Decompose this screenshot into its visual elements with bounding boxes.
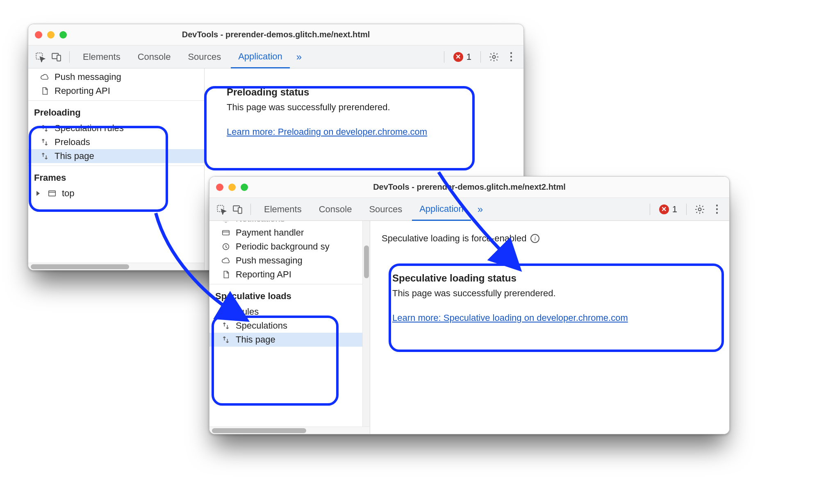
device-toolbar-icon[interactable] [50, 50, 64, 64]
bell-icon [221, 221, 231, 224]
tab-console[interactable]: Console [130, 45, 178, 68]
main-content: Speculative loading is force-enabled i S… [370, 221, 729, 434]
sidebar-item-label: Rules [236, 306, 259, 317]
sidebar-item-payment-handler[interactable]: Payment handler [209, 226, 370, 240]
sidebar-item-reporting-api[interactable]: Reporting API [28, 84, 204, 98]
panel-body-text: This page was successfully prerendered. [392, 288, 705, 299]
preload-icon [221, 335, 231, 345]
preload-icon [40, 137, 50, 147]
panel-heading: Preloading status [227, 86, 500, 98]
devtools-window-2: DevTools - prerender-demos.glitch.me/nex… [209, 176, 730, 434]
panel-heading: Speculative loading status [392, 272, 705, 284]
tab-sources[interactable]: Sources [180, 45, 228, 68]
close-icon[interactable] [35, 31, 42, 39]
settings-gear-icon[interactable] [692, 202, 707, 217]
learn-more-link[interactable]: Learn more: Speculative loading on devel… [392, 313, 628, 323]
error-badge[interactable]: ✕ 1 [450, 52, 475, 62]
separator [250, 204, 251, 215]
traffic-lights [216, 184, 248, 191]
preload-icon [221, 307, 231, 317]
clock-icon [221, 242, 231, 252]
tab-console[interactable]: Console [312, 198, 360, 221]
sidebar-item-notifications[interactable]: Notifications [209, 221, 370, 226]
window-title: DevTools - prerender-demos.glitch.me/nex… [28, 30, 523, 39]
sidebar-section-speculative-loads[interactable]: Speculative loads [209, 288, 370, 305]
zoom-icon[interactable] [241, 184, 248, 191]
sidebar-item-frame-top[interactable]: top [28, 186, 204, 200]
error-icon: ✕ [453, 52, 463, 62]
sidebar-item-label: Reporting API [236, 269, 291, 280]
close-icon[interactable] [216, 184, 223, 191]
sidebar-item-rules[interactable]: Rules [209, 305, 370, 319]
svg-rect-9 [223, 231, 230, 235]
sidebar-item-this-page[interactable]: This page [28, 149, 204, 163]
separator [650, 204, 650, 215]
sidebar-item-label: Push messaging [236, 255, 303, 266]
learn-more-link[interactable]: Learn more: Preloading on developer.chro… [227, 127, 427, 137]
tab-sources[interactable]: Sources [362, 198, 410, 221]
svg-rect-7 [238, 207, 242, 213]
preload-icon [40, 123, 50, 133]
minimize-icon[interactable] [47, 31, 55, 39]
sidebar-horizontal-scrollbar[interactable] [28, 263, 204, 270]
expand-icon[interactable] [36, 191, 40, 196]
sidebar-item-preloads[interactable]: Preloads [28, 135, 204, 149]
tab-elements[interactable]: Elements [75, 45, 128, 68]
window-icon [47, 188, 57, 198]
sidebar-item-reporting-api[interactable]: Reporting API [209, 268, 370, 282]
file-icon [221, 270, 231, 279]
tab-elements[interactable]: Elements [257, 198, 309, 221]
credit-card-icon [221, 228, 231, 238]
sidebar-item-label: Notifications [236, 221, 285, 224]
preload-icon [40, 151, 50, 161]
settings-gear-icon[interactable] [487, 50, 501, 64]
file-icon [40, 86, 50, 96]
sidebar-vertical-scrollbar[interactable] [362, 221, 370, 427]
titlebar[interactable]: DevTools - prerender-demos.glitch.me/nex… [209, 177, 729, 198]
sidebar-item-speculation-rules[interactable]: Speculation rules [28, 121, 204, 135]
inspect-icon[interactable] [33, 50, 47, 64]
device-toolbar-icon[interactable] [231, 202, 245, 216]
sidebar-item-label: Speculation rules [55, 123, 124, 134]
preload-icon [221, 321, 231, 331]
sidebar-item-label: This page [236, 334, 275, 345]
tab-application[interactable]: Application [412, 198, 471, 221]
svg-point-3 [493, 55, 496, 58]
sidebar-item-push-messaging[interactable]: Push messaging [209, 254, 370, 268]
app-sidebar: Notifications Payment handler Periodic b… [209, 221, 370, 434]
sidebar-item-label: Preloads [55, 137, 90, 148]
kebab-menu-icon[interactable]: ⋮ [710, 202, 724, 217]
sidebar-item-push-messaging[interactable]: Push messaging [28, 70, 204, 84]
sidebar-item-label: Periodic background sy [236, 241, 330, 252]
sidebar-section-preloading[interactable]: Preloading [28, 104, 204, 121]
traffic-lights [35, 31, 67, 39]
sidebar-item-periodic-bg-sync[interactable]: Periodic background sy [209, 240, 370, 254]
separator [480, 51, 481, 63]
sidebar-item-label: Speculations [236, 320, 287, 331]
more-tabs-icon[interactable]: » [473, 204, 487, 215]
error-icon: ✕ [659, 204, 669, 214]
sidebar-item-this-page[interactable]: This page [209, 333, 370, 347]
minimize-icon[interactable] [228, 184, 236, 191]
tab-application[interactable]: Application [231, 45, 290, 68]
info-icon[interactable]: i [530, 234, 539, 243]
error-badge[interactable]: ✕ 1 [656, 204, 680, 215]
more-tabs-icon[interactable]: » [292, 51, 306, 63]
error-count: 1 [672, 204, 677, 215]
app-sidebar: Push messaging Reporting API Preloading … [28, 68, 205, 270]
sidebar-item-label: This page [55, 151, 94, 161]
sidebar-item-label: Payment handler [236, 227, 304, 238]
sidebar-item-label: Reporting API [55, 86, 110, 96]
inspect-icon[interactable] [214, 202, 228, 216]
sidebar-item-label: Push messaging [55, 72, 121, 82]
zoom-icon[interactable] [59, 31, 67, 39]
sidebar-item-speculations[interactable]: Speculations [209, 319, 370, 333]
separator [444, 51, 444, 63]
kebab-menu-icon[interactable]: ⋮ [504, 50, 519, 64]
titlebar[interactable]: DevTools - prerender-demos.glitch.me/nex… [28, 24, 523, 45]
devtools-toolbar: Elements Console Sources Application » ✕… [209, 198, 729, 221]
window-title: DevTools - prerender-demos.glitch.me/nex… [209, 182, 729, 192]
sidebar-section-frames[interactable]: Frames [28, 169, 204, 186]
sidebar-horizontal-scrollbar[interactable] [209, 427, 370, 434]
devtools-toolbar: Elements Console Sources Application » ✕… [28, 45, 523, 68]
